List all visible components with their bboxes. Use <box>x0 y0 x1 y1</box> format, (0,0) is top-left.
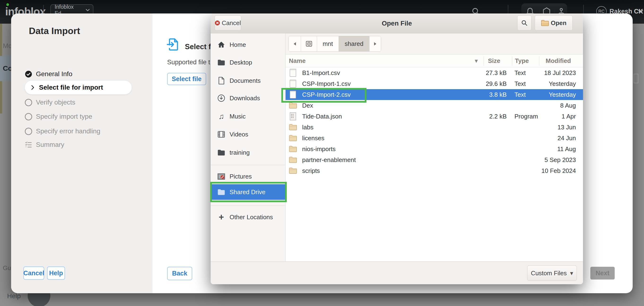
help-button[interactable]: Help <box>47 266 65 280</box>
background-nav-fragment: Mo <box>3 42 11 50</box>
path-segment-shared[interactable]: shared <box>339 36 370 51</box>
wizard-step-summary[interactable]: Summary <box>25 138 64 151</box>
search-icon <box>521 20 528 26</box>
select-file-button[interactable]: Select file <box>167 73 206 85</box>
file-size <box>468 144 507 154</box>
folder-icon <box>217 58 225 66</box>
dialog-open-button[interactable]: Open <box>535 15 572 30</box>
folder-row[interactable]: nios-imports 11 Aug <box>286 144 583 154</box>
path-segment-mnt[interactable]: mnt <box>317 36 339 51</box>
step-radio-icon <box>25 128 32 135</box>
home-icon <box>217 41 225 49</box>
path-forward-button[interactable] <box>370 36 381 51</box>
sidebar-item-other-locations[interactable]: + Other Locations <box>211 209 286 225</box>
folder-icon <box>289 156 297 164</box>
folder-icon <box>217 148 225 156</box>
open-file-dialog: Open File Cancel Open Home Desktop Docum <box>211 14 583 284</box>
cancel-button[interactable]: Cancel <box>24 266 44 280</box>
sidebar-separator <box>211 206 286 206</box>
avatar-initials: RC <box>598 9 604 14</box>
chevron-down-icon[interactable] <box>638 10 643 13</box>
file-row[interactable]: B1-Import.csv 27.3 kB Text 18 Jul 2023 <box>286 68 583 78</box>
wizard-step-verify-objects[interactable]: Verify objects <box>25 96 76 109</box>
sidebar-label: training <box>230 149 250 156</box>
screen: infoblox Infoblox Ed... RC Rakesh CK Mo … <box>0 0 644 306</box>
sidebar-item-documents[interactable]: Documents <box>211 73 286 88</box>
sidebar-item-home[interactable]: Home <box>211 37 286 52</box>
sidebar-label: Desktop <box>230 59 252 66</box>
column-size[interactable]: Size <box>488 57 500 64</box>
sidebar-label: Downloads <box>230 94 260 102</box>
file-type: Text <box>514 78 526 89</box>
folder-icon <box>289 102 297 110</box>
dialog-search-button[interactable] <box>517 15 532 30</box>
column-divider[interactable] <box>484 56 484 66</box>
file-size: 27.3 kB <box>468 68 507 78</box>
wizard-step-select-file[interactable]: Select file for import <box>25 81 132 94</box>
step-done-check-icon <box>25 70 32 78</box>
back-button[interactable]: Back <box>167 267 192 280</box>
file-type: Text <box>514 89 526 100</box>
file-modified: 10 Feb 2024 <box>529 165 576 176</box>
file-name: Tide-Data.json <box>302 111 342 122</box>
file-size <box>468 100 507 111</box>
path-back-button[interactable] <box>289 36 301 51</box>
file-name: nios-imports <box>302 144 336 154</box>
sidebar-item-training[interactable]: training <box>211 145 286 160</box>
sidebar-item-downloads[interactable]: Downloads <box>211 90 286 106</box>
step-label: General Info <box>36 70 72 78</box>
column-name[interactable]: Name <box>289 57 306 64</box>
file-modified: Yesterday <box>529 89 576 100</box>
sidebar-item-desktop[interactable]: Desktop <box>211 55 286 70</box>
wizard-step-error-handling[interactable]: Specify error handling <box>25 125 100 138</box>
places-sidebar: Home Desktop Documents Downloads ♫ Music… <box>211 33 286 261</box>
file-name: B1-Import.csv <box>302 68 340 78</box>
file-row[interactable]: CSP-Import-1.csv 29.6 kB Text Yesterday <box>286 78 583 89</box>
step-radio-icon <box>25 113 32 120</box>
file-name: labs <box>302 122 314 133</box>
sidebar-item-music[interactable]: ♫ Music <box>211 108 286 124</box>
file-import-icon <box>167 38 180 52</box>
sort-descending-icon[interactable]: ▾ <box>475 57 478 64</box>
sidebar-label: Videos <box>230 131 248 138</box>
column-modified[interactable]: Modified <box>546 57 571 64</box>
file-size <box>468 133 507 144</box>
folder-row[interactable]: licenses 24 Jun <box>286 133 583 144</box>
column-divider[interactable] <box>512 56 512 66</box>
sidebar-item-videos[interactable]: Videos <box>211 126 286 142</box>
background-nav-fragment: Co <box>3 64 11 72</box>
annotation-highlight-shared-drive <box>210 182 287 202</box>
json-file-icon <box>289 112 297 120</box>
sidebar-label: Home <box>230 41 246 48</box>
file-modified: 8 Aug <box>529 100 576 111</box>
column-type[interactable]: Type <box>515 57 529 64</box>
file-row[interactable]: Tide-Data.json 2.2 kB Program 1 Apr <box>286 111 583 122</box>
infoblox-logo-leaf-icon <box>6 3 9 6</box>
file-name: partner-enablement <box>302 154 356 165</box>
wizard-step-general-info[interactable]: General Info <box>25 68 72 80</box>
sidebar-label: Other Locations <box>230 214 273 221</box>
sidebar-label: Music <box>230 113 246 120</box>
step-label: Verify objects <box>36 98 76 106</box>
wizard-step-import-type[interactable]: Specify import type <box>25 110 92 123</box>
file-name: CSP-Import-1.csv <box>302 78 350 89</box>
file-filter-dropdown[interactable]: Custom Files ▾ <box>527 266 577 281</box>
summary-checklist-icon <box>25 141 32 148</box>
sidebar-label: Pictures <box>230 173 252 180</box>
dialog-cancel-button[interactable]: Cancel <box>215 15 241 30</box>
next-button-disabled[interactable]: Next <box>590 267 615 280</box>
file-type: Text <box>514 68 526 78</box>
file-size <box>468 122 507 133</box>
path-button-group: mnt shared <box>288 36 381 52</box>
folder-icon <box>289 134 297 142</box>
folder-row[interactable]: labs 13 Jun <box>286 122 583 133</box>
filesystem-drive-button[interactable] <box>301 36 317 51</box>
path-bar: mnt shared <box>286 33 583 55</box>
folder-row[interactable]: partner-enablement 5 Sep 2023 <box>286 154 583 165</box>
folder-row[interactable]: scripts 10 Feb 2024 <box>286 165 583 176</box>
step-radio-icon <box>25 99 32 106</box>
column-divider[interactable] <box>539 56 539 66</box>
annotation-highlight-csp-import-2 <box>281 88 366 103</box>
file-size: 29.6 kB <box>468 78 507 89</box>
file-modified: 18 Jul 2023 <box>529 68 576 78</box>
